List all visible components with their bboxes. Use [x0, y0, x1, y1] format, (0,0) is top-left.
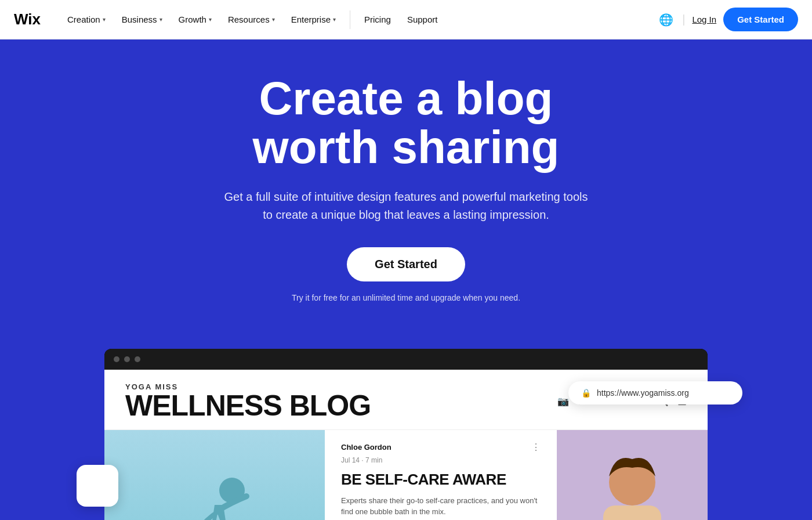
- person-silhouette-left: [104, 430, 325, 520]
- url-bar: 🔒 https://www.yogamiss.org: [568, 381, 742, 405]
- db-icon-float: [77, 465, 118, 507]
- blog-date-read: Jul 14 · 7 min: [341, 456, 541, 464]
- chevron-icon: ▾: [209, 16, 212, 23]
- nav-right: 🌐 | Log In Get Started: [657, 8, 798, 31]
- nav-pipe: |: [682, 13, 685, 26]
- hero-section: Create a blog worth sharing Get a full s…: [0, 39, 812, 349]
- blog-main-title: WELLNESS BLOG: [125, 391, 371, 420]
- blog-author-line: Chloe Gordon ⋮: [341, 442, 541, 453]
- svg-rect-6: [603, 505, 661, 520]
- browser-outer: 🔒 https://www.yogamiss.org YOGA MISS WEL…: [104, 349, 708, 520]
- nav-item-enterprise[interactable]: Enterprise ▾: [284, 10, 343, 29]
- nav-support[interactable]: Support: [400, 10, 445, 29]
- browser-section: 🔒 https://www.yogamiss.org YOGA MISS WEL…: [0, 349, 812, 520]
- chevron-icon: ▾: [103, 16, 106, 23]
- nav-divider: [350, 10, 350, 29]
- nav-pricing[interactable]: Pricing: [357, 10, 398, 29]
- browser-dot-green: [135, 356, 140, 362]
- blog-center-content: Chloe Gordon ⋮ Jul 14 · 7 min BE SELF-CA…: [325, 430, 557, 520]
- more-options-icon[interactable]: ⋮: [531, 442, 541, 453]
- nav-links: Creation ▾ Business ▾ Growth ▾ Resources…: [60, 10, 657, 29]
- get-started-button-nav[interactable]: Get Started: [723, 8, 798, 31]
- blog-post-image-right: Wellness Blog X Edit Post Next: [557, 430, 708, 520]
- hero-free-text: Try it for free for an unlimited time an…: [292, 293, 520, 302]
- hero-get-started-button[interactable]: Get Started: [347, 247, 465, 281]
- url-text: https://www.yogamiss.org: [597, 388, 689, 398]
- browser-topbar: [104, 349, 708, 370]
- blog-post-image-left: [104, 430, 325, 520]
- blog-title-group: YOGA MISS WELLNESS BLOG: [125, 382, 371, 420]
- nav-item-business[interactable]: Business ▾: [115, 10, 169, 29]
- blog-posts-area: Chloe Gordon ⋮ Jul 14 · 7 min BE SELF-CA…: [104, 430, 708, 520]
- nav-item-resources[interactable]: Resources ▾: [221, 10, 282, 29]
- hero-subtitle: Get a full suite of intuitive design fea…: [224, 188, 588, 224]
- blog-author-name: Chloe Gordon: [341, 443, 392, 452]
- instagram-icon[interactable]: 📷: [557, 396, 569, 407]
- login-link[interactable]: Log In: [692, 15, 716, 24]
- navbar: Wix Creation ▾ Business ▾ Growth ▾ Resou…: [0, 0, 812, 39]
- blog-post-title: BE SELF-CARE AWARE: [341, 471, 541, 488]
- hero-title: Create a blog worth sharing: [253, 74, 560, 172]
- nav-item-growth[interactable]: Growth ▾: [172, 10, 219, 29]
- svg-text:Wix: Wix: [14, 10, 41, 27]
- browser-dot-red: [114, 356, 119, 362]
- wix-logo[interactable]: Wix: [14, 10, 42, 29]
- chevron-icon: ▾: [272, 16, 275, 23]
- chevron-icon: ▾: [333, 16, 336, 23]
- browser-frame: YOGA MISS WELLNESS BLOG 📷 P 𝕏 f Search..…: [104, 349, 708, 520]
- blog-post-excerpt: Experts share their go-to self-care prac…: [341, 495, 541, 518]
- svg-point-1: [89, 478, 106, 483]
- browser-dot-yellow: [124, 356, 130, 362]
- lock-icon: 🔒: [581, 388, 591, 398]
- nav-item-creation[interactable]: Creation ▾: [60, 10, 113, 29]
- chevron-icon: ▾: [160, 16, 162, 23]
- globe-icon[interactable]: 🌐: [657, 10, 675, 29]
